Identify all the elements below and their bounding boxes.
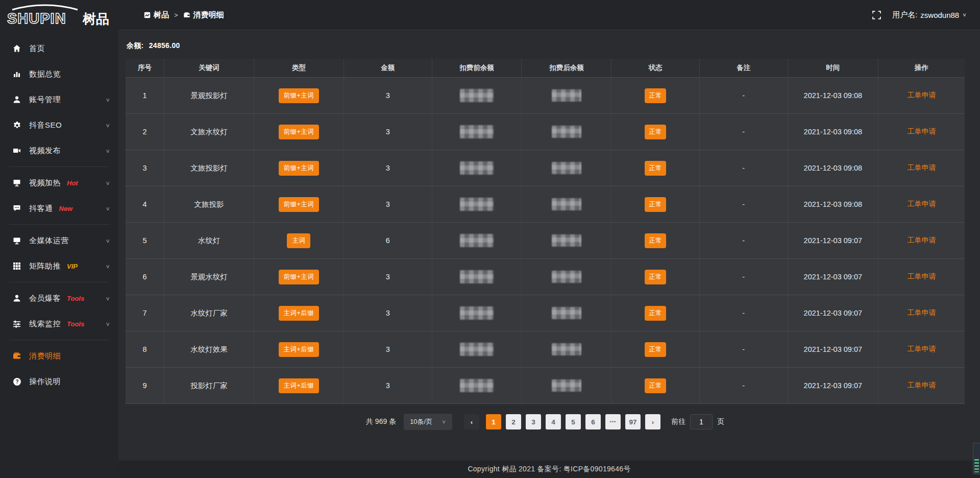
work-order-link[interactable]: 工单申请	[908, 308, 936, 317]
user-dropdown[interactable]: 用户名: zswodun88 ∨	[892, 10, 967, 20]
corner-widget[interactable]	[973, 443, 980, 474]
type-badge: 前缀+主词	[279, 125, 320, 139]
chevron-down-icon: ∨	[105, 321, 110, 327]
status-badge: 正常	[645, 270, 666, 284]
sidebar-item-douyin-seo[interactable]: 抖音SEO ∨	[0, 112, 118, 138]
blurred-value	[552, 234, 581, 247]
goto-page-input[interactable]	[690, 414, 713, 429]
chevron-down-icon: ∨	[105, 237, 110, 244]
breadcrumb-label: 树品	[154, 10, 169, 20]
cell-remark: -	[699, 114, 788, 150]
blurred-value	[460, 161, 494, 175]
breadcrumb-separator: >	[174, 11, 178, 19]
cell-type: 前缀+主词	[254, 150, 344, 186]
work-order-link[interactable]: 工单申请	[908, 163, 936, 172]
page-button-5[interactable]: 5	[566, 414, 581, 429]
cell-time: 2021-12-03 09:07	[788, 223, 878, 259]
sidebar: SHUPIN 树品 首页 数据总览 账号管理	[0, 0, 118, 478]
work-order-link[interactable]: 工单申请	[908, 127, 936, 135]
cell-balance-before	[432, 78, 522, 114]
status-badge: 正常	[645, 378, 666, 393]
page-button-1[interactable]: 1	[486, 414, 501, 429]
sidebar-item-member-burst[interactable]: 会员爆客 Tools ∨	[0, 285, 118, 311]
sidebar-item-label: 操作说明	[29, 377, 61, 387]
page-button-6[interactable]: 6	[585, 414, 601, 429]
work-order-link[interactable]: 工单申请	[908, 272, 936, 280]
prev-page-button[interactable]: ‹	[464, 414, 479, 429]
type-badge: 前缀+主词	[279, 270, 320, 284]
col-header-type: 类型	[254, 59, 344, 78]
cell-no: 1	[126, 78, 164, 114]
logo-graphic: SHUPIN 树品	[6, 3, 114, 28]
cell-balance-before	[432, 331, 522, 368]
table-row: 2 文旅水纹灯 前缀+主词 3 正常 - 2021-12-03 09:08 工单…	[126, 114, 965, 150]
cell-balance-after	[522, 78, 611, 114]
page-button-2[interactable]: 2	[506, 414, 521, 429]
col-header-keyword: 关键词	[164, 59, 254, 78]
cell-balance-before	[432, 186, 522, 223]
chevron-down-icon: ∨	[105, 122, 110, 128]
sidebar-item-matrix-boost[interactable]: 矩阵助推 VIP ∨	[0, 253, 118, 279]
type-badge: 主词+后缀	[279, 342, 320, 357]
chevron-down-icon: ∨	[962, 12, 967, 17]
page-button-4[interactable]: 4	[546, 414, 561, 429]
cell-type: 前缀+主词	[254, 186, 344, 223]
breadcrumb-item-shupin[interactable]: 树品	[144, 10, 169, 20]
work-order-link[interactable]: 工单申请	[908, 345, 936, 353]
sidebar-item-data-overview[interactable]: 数据总览	[0, 61, 118, 87]
cell-keyword: 景观投影灯	[164, 78, 254, 114]
page-button-3[interactable]: 3	[526, 414, 541, 429]
sidebar-item-instructions[interactable]: ? 操作说明	[0, 369, 118, 394]
cell-action: 工单申请	[878, 368, 965, 404]
breadcrumb-item-consume-detail[interactable]: 消费明细	[183, 10, 224, 20]
page-size-select[interactable]: 10条/页 ∨	[404, 414, 452, 430]
work-order-link[interactable]: 工单申请	[908, 381, 936, 389]
sidebar-item-account-mgmt[interactable]: 账号管理 ∨	[0, 87, 118, 112]
cell-status: 正常	[611, 331, 700, 368]
cell-time: 2021-12-03 09:08	[788, 186, 878, 223]
blurred-value	[552, 307, 581, 319]
next-page-button[interactable]: ›	[645, 414, 660, 429]
cell-type: 主词+后缀	[254, 368, 344, 404]
fullscreen-icon[interactable]	[872, 11, 881, 19]
sidebar-item-doukedtong[interactable]: 抖客通 New ∨	[0, 196, 118, 221]
sidebar-item-media-ops[interactable]: 全媒体运营 ∨	[0, 228, 118, 253]
col-header-amount: 金额	[344, 59, 432, 78]
blurred-value	[552, 198, 581, 210]
work-order-link[interactable]: 工单申请	[908, 91, 936, 99]
cell-remark: -	[699, 331, 788, 368]
sidebar-item-lead-monitor[interactable]: 线索监控 Tools ∨	[0, 311, 118, 337]
more-pages-button[interactable]: •••	[605, 414, 621, 429]
cell-amount: 3	[344, 331, 432, 368]
work-order-link[interactable]: 工单申请	[908, 236, 936, 244]
col-header-no: 序号	[126, 59, 164, 78]
page-button-97[interactable]: 97	[625, 414, 641, 429]
chevron-down-icon: ∨	[105, 180, 110, 186]
total-count: 共 969 条	[366, 417, 396, 426]
blurred-value	[552, 379, 581, 392]
cell-no: 7	[126, 295, 164, 331]
cell-time: 2021-12-03 09:07	[788, 259, 878, 295]
sidebar-item-video-heat[interactable]: 视频加热 Hot ∨	[0, 170, 118, 196]
cell-action: 工单申请	[878, 78, 965, 114]
balance-value: 24856.00	[149, 41, 180, 50]
type-badge: 前缀+主词	[279, 197, 320, 212]
cell-status: 正常	[611, 223, 700, 259]
type-badge: 前缀+主词	[279, 88, 320, 103]
cell-status: 正常	[611, 186, 700, 223]
cell-no: 8	[126, 331, 164, 368]
cell-balance-after	[522, 368, 611, 404]
status-badge: 正常	[645, 161, 666, 176]
cell-action: 工单申请	[878, 259, 965, 295]
blurred-value	[460, 89, 494, 102]
sidebar-item-home[interactable]: 首页	[0, 36, 118, 61]
main-area: 树品 > 消费明细 用户名: zswodun88 ∨	[118, 0, 980, 478]
cell-balance-after	[522, 150, 611, 186]
sidebar-item-label: 抖客通	[29, 204, 53, 213]
sidebar-item-label: 消费明细	[29, 351, 61, 361]
chevron-down-icon: ∨	[105, 205, 110, 211]
sidebar-item-video-publish[interactable]: 视频发布 ∨	[0, 138, 118, 163]
col-header-balance-before: 扣费前余额	[432, 59, 522, 78]
sidebar-item-consume-detail[interactable]: 消费明细	[0, 343, 118, 369]
work-order-link[interactable]: 工单申请	[908, 200, 936, 208]
